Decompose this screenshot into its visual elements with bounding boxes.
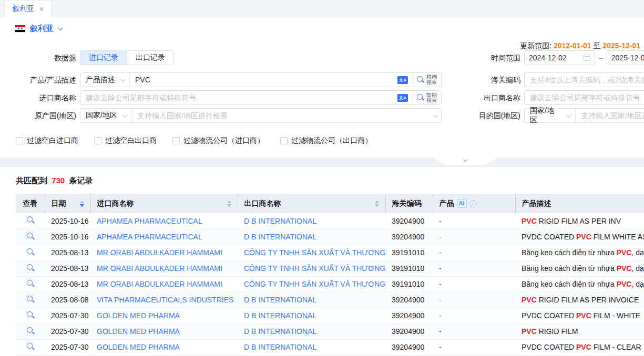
importer-link[interactable]: MR ORABI ABDULKADER HAMMAMI: [90, 260, 238, 276]
country-selector[interactable]: 叙利亚: [15, 24, 62, 34]
info-icon[interactable]: i: [469, 200, 477, 207]
destination-label: 目的国(地区): [436, 108, 520, 123]
importer-link[interactable]: GOLDEN MED PHARMA: [90, 323, 238, 339]
update-range: 更新范围: 2012-01-01 至 2025-12-01: [520, 41, 640, 51]
exporter-link[interactable]: CÔNG TY TNHH SẢN XUẤT VÀ THƯƠNG M...: [238, 276, 385, 292]
importer-link[interactable]: VITA PHARMACEUTICALS INDUSTRIES: [90, 292, 238, 308]
filter-checkbox-row: 过滤空白进口商 过滤空白出口商 过滤物流公司（进口商） 过滤物流公司（出口商）: [16, 136, 372, 145]
hs-code-cell: 39204900: [385, 213, 433, 229]
view-record-button[interactable]: [26, 311, 35, 319]
app-window: 叙利亚 × 叙利亚 数据源 产品/产品描述 进口商名称 原产国(地区) 进口记录…: [0, 0, 644, 356]
view-record-button[interactable]: [26, 248, 35, 256]
importer-label: 进口商名称: [0, 90, 76, 105]
date-cell: 2025-08-13: [45, 245, 90, 260]
exporter-link[interactable]: D B INTERNATIONAL: [238, 323, 385, 339]
exporter-input[interactable]: [524, 90, 644, 105]
product-label: 产品/产品描述: [0, 72, 76, 87]
pvc-highlight: PVC: [522, 327, 537, 336]
view-record-button[interactable]: [26, 264, 35, 272]
exporter-link[interactable]: D B INTERNATIONAL: [238, 229, 385, 245]
importer-link[interactable]: APHAMEA PHARMACEUTICAL: [90, 213, 238, 229]
product-cell: -: [433, 339, 515, 355]
country-name: 叙利亚: [30, 24, 54, 34]
checkbox-filter-blank-importer[interactable]: 过滤空白进口商: [16, 136, 78, 145]
importer-search-group: 文A 智能 搜索: [80, 90, 442, 105]
view-cell: [16, 245, 45, 260]
desc-cell: Băng keo cách điện từ nhựa PVC, dạn...: [515, 245, 644, 260]
importer-link[interactable]: MR ORABI ABDULKADER HAMMAMI: [90, 245, 238, 260]
hs-code-label: 海关编码: [436, 72, 520, 87]
destination-type-select[interactable]: 国家/地区: [525, 109, 576, 122]
product-cell: -: [433, 245, 515, 260]
checkbox-filter-blank-exporter[interactable]: 过滤空白出口商: [94, 136, 157, 145]
checkbox-filter-logistics-importer[interactable]: 过滤物流公司（进口商）: [172, 136, 264, 145]
importer-link[interactable]: GOLDEN MED PHARMA: [90, 339, 238, 355]
fuzzy-search-button[interactable]: 模糊 搜索: [417, 75, 437, 85]
collapse-filters-button[interactable]: [433, 158, 498, 165]
translate-icon[interactable]: 文A: [397, 76, 408, 84]
filter-panel: 叙利亚 数据源 产品/产品描述 进口商名称 原产国(地区) 进口记录 出口记录 …: [0, 17, 644, 158]
count-suffix: 条记录: [69, 176, 93, 185]
pvc-highlight: PVC: [576, 311, 591, 320]
exporter-link[interactable]: D B INTERNATIONAL: [238, 213, 385, 229]
sort-date-button[interactable]: [76, 201, 84, 207]
view-cell: [16, 260, 45, 276]
smart-search-button[interactable]: 智能 搜索: [417, 92, 437, 103]
view-record-button[interactable]: [26, 327, 35, 335]
date-from-input[interactable]: 2024-12-02: [524, 50, 595, 65]
origin-type-select[interactable]: 国家/地区: [80, 109, 132, 122]
product-input[interactable]: [130, 73, 393, 87]
magnifier-icon: [417, 94, 425, 102]
exporter-link[interactable]: D B INTERNATIONAL: [238, 308, 385, 323]
close-icon[interactable]: ×: [39, 5, 44, 13]
chevron-down-icon: [58, 25, 63, 30]
desc-cell: Băng keo cách điện từ nhựa PVC, dạn...: [515, 260, 644, 276]
view-record-button[interactable]: [26, 295, 35, 303]
translate-icon[interactable]: 文A: [397, 94, 408, 102]
destination-input[interactable]: [576, 109, 644, 122]
date-to-input[interactable]: 2025-12-01: [607, 50, 644, 65]
importer-link[interactable]: MR ORABI ABDULKADER HAMMAMI: [90, 276, 238, 292]
desc-cell: PVDC COATED PVC FILM - WHITE: [515, 308, 644, 323]
view-record-button[interactable]: [26, 279, 35, 288]
date-from-value: 2024-12-02: [529, 54, 579, 62]
date-cell: 2025-08-13: [45, 276, 90, 292]
importer-link[interactable]: GOLDEN MED PHARMA: [90, 308, 238, 323]
checkbox-icon: [280, 137, 288, 144]
product-search-group: 产品描述 文A 模糊 搜索: [80, 72, 442, 87]
exporter-link[interactable]: CÔNG TY TNHH SẢN XUẤT VÀ THƯƠNG M...: [238, 260, 385, 276]
date-cell: 2025-07-30: [45, 323, 90, 339]
tab-bar: 叙利亚 ×: [0, 0, 644, 17]
sort-importer-button[interactable]: [223, 201, 231, 207]
col-header-importer: 进口商名称: [90, 194, 238, 213]
destination-type-value: 国家/地区: [530, 106, 561, 125]
pvc-highlight: PVC: [576, 233, 591, 241]
importer-input[interactable]: [80, 91, 393, 104]
checkbox-icon: [172, 137, 180, 144]
checkbox-filter-logistics-exporter[interactable]: 过滤物流公司（出口商）: [280, 136, 372, 145]
time-range-label: 时间范围: [436, 50, 520, 65]
col-header-product: 产品 AI i: [433, 194, 515, 213]
view-record-button[interactable]: [26, 216, 35, 224]
date-cell: 2025-10-16: [45, 213, 90, 229]
hs-code-input[interactable]: [524, 72, 644, 87]
view-record-button[interactable]: [26, 342, 35, 351]
chevron-down-icon: [463, 158, 467, 162]
hs-code-cell: 39204900: [385, 339, 433, 355]
pvc-highlight: PVC: [617, 264, 632, 273]
exporter-link[interactable]: D B INTERNATIONAL: [238, 339, 385, 355]
hs-code-cell: 39204900: [385, 323, 433, 339]
exporter-link[interactable]: CÔNG TY TNHH SẢN XUẤT VÀ THƯƠNG M...: [238, 245, 385, 260]
origin-country-input[interactable]: [132, 109, 429, 122]
sort-exporter-button[interactable]: [371, 201, 379, 207]
view-record-button[interactable]: [26, 232, 35, 240]
tab-import-records[interactable]: 进口记录: [80, 51, 127, 65]
exporter-link[interactable]: D B INTERNATIONAL: [238, 292, 385, 308]
tab-syria[interactable]: 叙利亚 ×: [4, 0, 52, 17]
date-to-value: 2025-12-01: [611, 54, 644, 62]
datasource-label: 数据源: [0, 50, 76, 65]
importer-link[interactable]: APHAMEA PHARMACEUTICAL: [90, 229, 238, 245]
tab-export-records[interactable]: 出口记录: [127, 51, 173, 65]
product-type-select[interactable]: 产品描述: [80, 73, 130, 87]
checkbox-label: 过滤空白进口商: [27, 136, 78, 145]
